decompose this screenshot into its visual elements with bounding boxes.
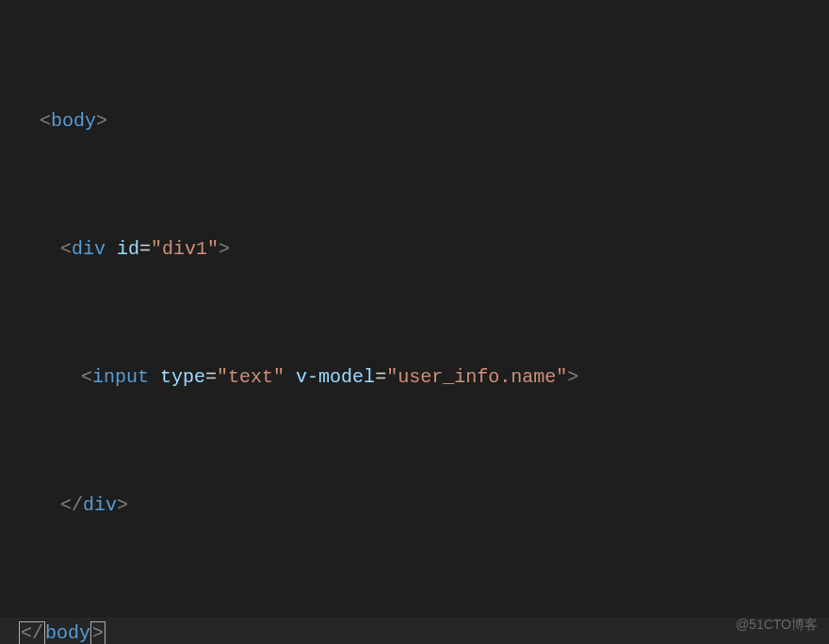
equals: = (139, 238, 151, 260)
code-line[interactable]: <input type="text" v-model="user_info.na… (0, 362, 829, 394)
attr-value: "user_info.name" (386, 366, 567, 388)
tag-punc: < (81, 366, 92, 388)
tag-punc: < (60, 238, 72, 260)
code-line[interactable]: </div> (0, 490, 829, 522)
code-editor[interactable]: <body> <div id="div1"> <input type="text… (0, 0, 829, 644)
attr-type: type (160, 366, 205, 388)
code-line-active[interactable]: </body> (0, 618, 829, 644)
tag-body: body (45, 622, 90, 644)
attr-value: "div1" (151, 238, 219, 260)
tag-input: input (92, 366, 149, 388)
tag-punc: > (219, 238, 230, 260)
equals: = (375, 366, 386, 388)
tag-div: div (83, 494, 117, 516)
tag-div: div (72, 238, 106, 260)
tag-punc: </ (60, 494, 83, 516)
tag-punc: > (567, 366, 578, 388)
equals: = (205, 366, 217, 388)
tag-punc: </ (19, 621, 45, 644)
attr-value: "text" (217, 366, 284, 388)
attr-id: id (117, 238, 139, 260)
cursor-position: > (90, 621, 106, 644)
tag-punc: < (40, 110, 51, 132)
code-line[interactable]: <body> (0, 105, 829, 137)
tag-body: body (51, 110, 96, 132)
attr-vmodel: v-model (296, 366, 375, 388)
tag-punc: > (117, 494, 128, 516)
watermark-text: @51CTO博客 (736, 614, 818, 636)
tag-punc: > (96, 110, 107, 132)
code-line[interactable]: <div id="div1"> (0, 233, 829, 266)
